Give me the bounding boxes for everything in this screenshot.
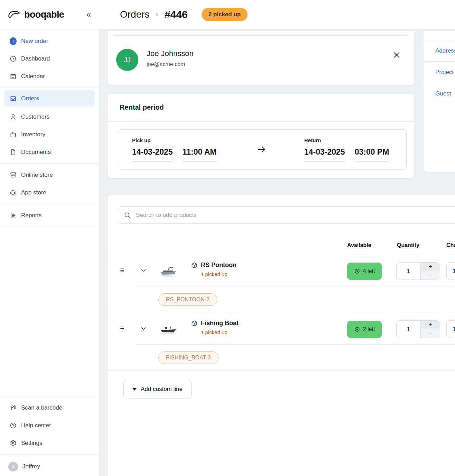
target-dot-icon: [354, 268, 360, 274]
return-label: Return: [304, 137, 389, 143]
sidebar-item-inventory[interactable]: Inventory: [0, 126, 99, 143]
sidebar-nav: + New order Dashboard Calendar Orders: [0, 29, 99, 227]
table-header: Available Quantity Charge: [108, 242, 455, 255]
quantity-value[interactable]: 1: [397, 263, 420, 280]
customer-name: Joe Johnsson: [147, 49, 194, 58]
sidebar-item-customers[interactable]: Customers: [0, 108, 99, 126]
side-link-project[interactable]: Project: [424, 62, 455, 83]
charge-input[interactable]: 1: [446, 262, 455, 280]
search-input[interactable]: [136, 212, 455, 219]
sidebar-item-scan-barcode[interactable]: Scan a barcode: [0, 399, 99, 416]
arrow-right-icon: [257, 144, 267, 155]
product-image-pontoon: [158, 263, 178, 278]
customer-avatar: JJ: [116, 49, 138, 71]
question-circle-icon: [10, 422, 17, 429]
sidebar-item-dashboard[interactable]: Dashboard: [0, 50, 99, 67]
underline: [183, 161, 217, 162]
breadcrumb-orders[interactable]: Orders: [120, 9, 150, 20]
return-group: Return 14-03-2025 03:00 PM: [304, 137, 389, 162]
dashboard-gauge-icon: [10, 55, 17, 62]
product-image-fishing-boat: [158, 321, 178, 336]
package-cube-icon: [191, 320, 198, 327]
col-quantity: Quantity: [397, 242, 419, 248]
breadcrumb-chevron-icon: ›: [156, 10, 158, 19]
puzzle-icon: [10, 189, 17, 196]
sidebar-item-online-store[interactable]: Online store: [0, 166, 99, 184]
stock-item-tag[interactable]: FISHING_BOAT-3: [158, 351, 219, 364]
sidebar-item-reports[interactable]: Reports: [0, 207, 99, 224]
calendar-icon: [10, 73, 17, 80]
quantity-decrease-button[interactable]: −: [421, 329, 440, 338]
add-custom-line-button[interactable]: Add custom line: [123, 380, 192, 399]
sidebar-item-new-order[interactable]: + New order: [0, 32, 99, 50]
booqable-logo-icon: [8, 9, 21, 20]
logo-text: booqable: [24, 9, 86, 20]
chevron-down-icon[interactable]: [140, 268, 147, 273]
drag-handle-icon[interactable]: [120, 326, 126, 331]
underline: [132, 161, 173, 162]
underline: [304, 161, 345, 162]
side-link-guest[interactable]: Guest: [424, 83, 455, 104]
package-cube-icon: [191, 262, 198, 269]
triangle-down-icon: [132, 388, 137, 391]
picked-up-status: 1 picked up: [201, 329, 239, 335]
header: Orders › #446 2 picked up: [99, 0, 455, 29]
quantity-decrease-button[interactable]: −: [421, 271, 440, 280]
return-time-field[interactable]: 03:00 PM: [355, 147, 389, 162]
pickup-date-field[interactable]: 14-03-2025: [132, 147, 173, 162]
status-badge: 2 picked up: [202, 8, 248, 21]
pickup-time-field[interactable]: 11:00 AM: [183, 147, 217, 162]
divider: [108, 121, 414, 122]
page-title-order-id: #446: [165, 9, 188, 20]
sidebar-item-help-center[interactable]: Help center: [0, 416, 99, 434]
charge-input[interactable]: 1: [446, 320, 455, 338]
rental-period-card: Rental period Pick up 14-03-2025 11:00 A…: [108, 93, 414, 178]
divider: [0, 454, 99, 455]
barcode-scanner-icon: [10, 404, 17, 411]
orders-inbox-icon: [10, 95, 17, 102]
divider: [0, 163, 99, 164]
divider: [108, 370, 455, 370]
rental-period-box: Pick up 14-03-2025 11:00 AM Return 14-03…: [118, 129, 407, 170]
sidebar-item-app-store[interactable]: App store: [0, 184, 99, 201]
divider: [0, 227, 99, 227]
product-name[interactable]: RS Pontoon: [191, 262, 236, 269]
quantity-value[interactable]: 1: [397, 321, 420, 338]
divider: [113, 35, 409, 36]
availability-badge: 4 left: [347, 263, 382, 280]
return-date-field[interactable]: 14-03-2025: [304, 147, 345, 162]
divider: [0, 204, 99, 204]
storefront-icon: [10, 172, 17, 178]
close-icon[interactable]: [392, 50, 401, 60]
sidebar-item-documents[interactable]: Documents: [0, 143, 99, 161]
sidebar-user[interactable]: J Jeffrey: [0, 457, 99, 476]
sidebar-item-settings[interactable]: Settings: [0, 434, 99, 452]
stock-item-tag[interactable]: RS_PONTOON-2: [158, 293, 217, 306]
divider: [108, 312, 455, 312]
quantity-increase-button[interactable]: +: [421, 321, 440, 329]
table-row-fishing-boat: Fishing Boat 1 picked up 2 left 1 + − 1 …: [108, 313, 455, 370]
inventory-box-icon: [10, 131, 17, 138]
chevron-down-icon[interactable]: [140, 326, 147, 331]
user-name: Jeffrey: [22, 463, 40, 470]
sidebar-bottom: Scan a barcode Help center Settings J Je…: [0, 394, 99, 476]
col-available: Available: [347, 242, 371, 248]
sidebar-item-calendar[interactable]: Calendar: [0, 67, 99, 85]
chevron-double-left-icon[interactable]: «: [86, 10, 92, 19]
drag-handle-icon[interactable]: [120, 267, 126, 273]
side-link-address[interactable]: Address: [424, 40, 455, 62]
sidebar-item-orders[interactable]: Orders: [4, 90, 95, 107]
plus-circle-icon: +: [10, 38, 17, 45]
divider: [0, 396, 99, 396]
target-dot-icon: [354, 326, 360, 332]
quantity-increase-button[interactable]: +: [421, 263, 440, 271]
side-panel: Address Project Guest: [423, 30, 455, 172]
product-name[interactable]: Fishing Boat: [191, 320, 239, 327]
search-icon: [124, 212, 131, 219]
picked-up-status: 1 picked up: [201, 271, 236, 277]
product-search[interactable]: [118, 206, 455, 224]
pickup-group: Pick up 14-03-2025 11:00 AM: [132, 137, 217, 162]
divider: [424, 31, 455, 40]
rental-period-title: Rental period: [120, 103, 164, 111]
gear-icon: [10, 440, 17, 447]
